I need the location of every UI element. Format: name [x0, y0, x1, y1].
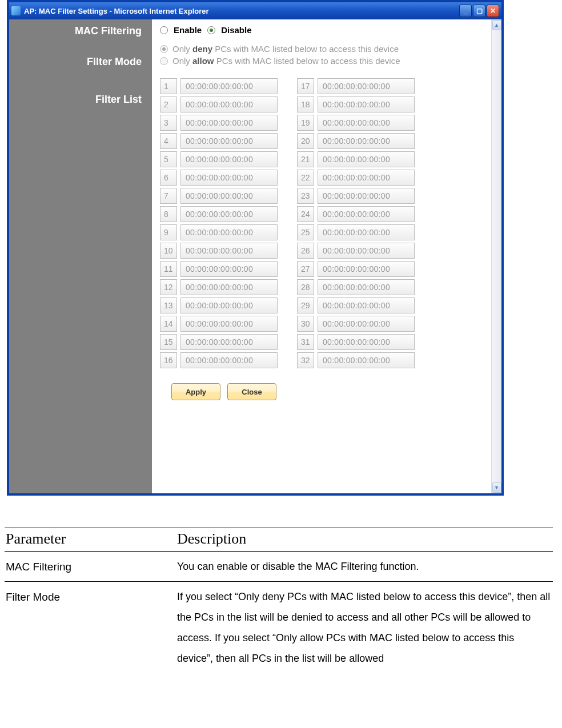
filter-list-row: 800:00:00:00:00:00: [160, 206, 278, 222]
radio-mode-allow[interactable]: [160, 57, 168, 65]
mac-address-input[interactable]: 00:00:00:00:00:00: [318, 115, 415, 131]
radio-enable[interactable]: [160, 26, 168, 34]
filter-index-box: 15: [160, 334, 177, 350]
filter-list-row: 1600:00:00:00:00:00: [160, 352, 278, 368]
close-button[interactable]: Close: [227, 383, 276, 400]
filter-list-row: 300:00:00:00:00:00: [160, 115, 278, 131]
scroll-down-button[interactable]: ▼: [492, 482, 501, 493]
apply-button[interactable]: Apply: [171, 383, 220, 400]
filter-index-box: 32: [297, 352, 314, 368]
filter-index-box: 18: [297, 96, 314, 112]
filter-index-box: 30: [297, 316, 314, 332]
titlebar[interactable]: AP: MAC Filter Settings - Microsoft Inte…: [9, 2, 501, 19]
filter-list-row: 1200:00:00:00:00:00: [160, 279, 278, 295]
radio-mode-deny[interactable]: [160, 45, 168, 53]
filter-index-box: 28: [297, 279, 314, 295]
filter-index-box: 10: [160, 243, 177, 259]
mac-address-input[interactable]: 00:00:00:00:00:00: [318, 334, 415, 350]
maximize-icon: ▢: [476, 7, 483, 15]
mac-address-input[interactable]: 00:00:00:00:00:00: [180, 224, 278, 240]
filter-index-box: 3: [160, 115, 177, 131]
maximize-button[interactable]: ▢: [473, 5, 485, 17]
label-mac-filtering: MAC Filtering: [9, 25, 152, 41]
mac-address-input[interactable]: 00:00:00:00:00:00: [180, 96, 278, 112]
mac-address-input[interactable]: 00:00:00:00:00:00: [318, 261, 415, 277]
scroll-up-button[interactable]: ▲: [492, 20, 501, 30]
mac-address-input[interactable]: 00:00:00:00:00:00: [318, 170, 415, 186]
mac-address-input[interactable]: 00:00:00:00:00:00: [180, 261, 278, 277]
vertical-scrollbar[interactable]: ▲ ▼: [491, 19, 501, 493]
mac-address-input[interactable]: 00:00:00:00:00:00: [180, 297, 278, 313]
minimize-icon: _: [464, 7, 468, 15]
mac-address-input[interactable]: 00:00:00:00:00:00: [318, 316, 415, 332]
mac-address-input[interactable]: 00:00:00:00:00:00: [180, 206, 278, 222]
filter-index-box: 4: [160, 133, 177, 149]
filter-list-row: 2700:00:00:00:00:00: [297, 261, 415, 277]
mac-address-input[interactable]: 00:00:00:00:00:00: [180, 352, 278, 368]
mac-address-input[interactable]: 00:00:00:00:00:00: [180, 188, 278, 204]
radio-disable[interactable]: [207, 26, 215, 34]
filter-index-box: 27: [297, 261, 314, 277]
filter-index-box: 9: [160, 224, 177, 240]
filter-list-row: 500:00:00:00:00:00: [160, 151, 278, 167]
minimize-button[interactable]: _: [459, 5, 472, 17]
chevron-up-icon: ▲: [494, 22, 499, 28]
mac-address-input[interactable]: 00:00:00:00:00:00: [180, 170, 278, 186]
mac-address-input[interactable]: 00:00:00:00:00:00: [180, 243, 278, 259]
mac-address-input[interactable]: 00:00:00:00:00:00: [318, 188, 415, 204]
mac-address-input[interactable]: 00:00:00:00:00:00: [318, 224, 415, 240]
mac-address-input[interactable]: 00:00:00:00:00:00: [318, 297, 415, 313]
mac-address-input[interactable]: 00:00:00:00:00:00: [318, 96, 415, 112]
filter-index-box: 17: [297, 78, 314, 94]
param-filter-mode: Filter Mode: [5, 582, 176, 673]
browser-window: AP: MAC Filter Settings - Microsoft Inte…: [7, 0, 504, 496]
mac-address-input[interactable]: 00:00:00:00:00:00: [318, 206, 415, 222]
mac-address-input[interactable]: 00:00:00:00:00:00: [180, 78, 278, 94]
filter-list-row: 2200:00:00:00:00:00: [297, 170, 415, 186]
mac-address-input[interactable]: 00:00:00:00:00:00: [180, 279, 278, 295]
filter-list-row: 400:00:00:00:00:00: [160, 133, 278, 149]
mac-address-input[interactable]: 00:00:00:00:00:00: [318, 151, 415, 167]
filter-index-box: 2: [160, 96, 177, 112]
mac-address-input[interactable]: 00:00:00:00:00:00: [180, 133, 278, 149]
mac-address-input[interactable]: 00:00:00:00:00:00: [318, 78, 415, 94]
filter-list-row: 700:00:00:00:00:00: [160, 188, 278, 204]
filter-list-row: 3200:00:00:00:00:00: [297, 352, 415, 368]
radio-enable-label: Enable: [174, 25, 202, 35]
desc-mac-filtering: You can enable or disable the MAC Filter…: [176, 552, 553, 582]
mac-address-input[interactable]: 00:00:00:00:00:00: [318, 133, 415, 149]
filter-index-box: 8: [160, 206, 177, 222]
radio-disable-label: Disable: [221, 25, 251, 35]
mac-address-input[interactable]: 00:00:00:00:00:00: [180, 316, 278, 332]
mode-deny-bold: deny: [192, 44, 212, 54]
filter-index-box: 14: [160, 316, 177, 332]
th-description: Description: [176, 528, 553, 552]
filter-list-row: 2600:00:00:00:00:00: [297, 243, 415, 259]
description-section: Parameter Description MAC Filtering You …: [5, 528, 553, 672]
ie-icon: [11, 6, 21, 15]
mode-allow-text: Only allow PCs with MAC listed below to …: [172, 56, 400, 66]
filter-index-box: 13: [160, 297, 177, 313]
filter-index-box: 11: [160, 261, 177, 277]
filter-mode-allow-row: Only allow PCs with MAC listed below to …: [160, 56, 496, 66]
filter-list-row: 1700:00:00:00:00:00: [297, 78, 415, 94]
filter-list-row: 600:00:00:00:00:00: [160, 170, 278, 186]
mode-allow-bold: allow: [192, 56, 214, 66]
filter-list-row: 3000:00:00:00:00:00: [297, 316, 415, 332]
filter-index-box: 7: [160, 188, 177, 204]
filter-list-row: 1900:00:00:00:00:00: [297, 115, 415, 131]
mac-address-input[interactable]: 00:00:00:00:00:00: [318, 243, 415, 259]
param-mac-filtering: MAC Filtering: [5, 552, 176, 582]
filter-list-col2: 1700:00:00:00:00:001800:00:00:00:00:0019…: [297, 78, 415, 368]
mac-address-input[interactable]: 00:00:00:00:00:00: [180, 334, 278, 350]
mac-address-input[interactable]: 00:00:00:00:00:00: [318, 352, 415, 368]
mac-address-input[interactable]: 00:00:00:00:00:00: [180, 151, 278, 167]
filter-list-grid: 100:00:00:00:00:00200:00:00:00:00:00300:…: [160, 78, 496, 368]
mac-address-input[interactable]: 00:00:00:00:00:00: [180, 115, 278, 131]
filter-index-box: 22: [297, 170, 314, 186]
filter-list-row: 2100:00:00:00:00:00: [297, 151, 415, 167]
close-window-button[interactable]: ✕: [487, 5, 499, 17]
mac-address-input[interactable]: 00:00:00:00:00:00: [318, 279, 415, 295]
filter-index-box: 20: [297, 133, 314, 149]
mode-allow-suffix: PCs with MAC listed below to access this…: [214, 56, 400, 66]
